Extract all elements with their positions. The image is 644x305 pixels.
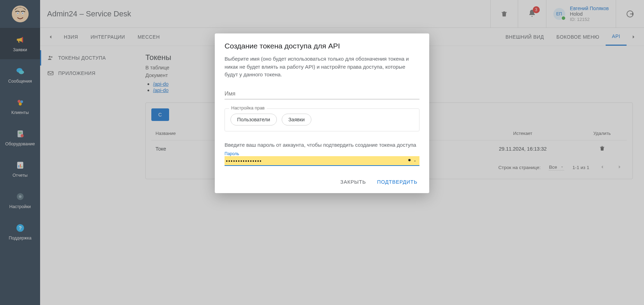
chip-users[interactable]: Пользователи xyxy=(230,114,277,125)
close-button[interactable]: ЗАКРЫТЬ xyxy=(338,176,368,188)
password-input[interactable] xyxy=(226,158,408,164)
permissions-legend: Настройка прав xyxy=(229,105,267,110)
svg-point-26 xyxy=(408,159,411,161)
modal-overlay[interactable]: Создание токена доступа для API Выберите… xyxy=(0,0,644,305)
permissions-fieldset: Настройка прав Пользователи Заявки xyxy=(225,108,419,131)
password-label: Пароль xyxy=(225,151,419,156)
password-autofill-button[interactable] xyxy=(408,158,417,164)
chip-tickets[interactable]: Заявки xyxy=(282,114,311,125)
modal-description: Выберите имя (оно будет использоваться т… xyxy=(225,55,419,79)
token-name-input[interactable] xyxy=(225,89,419,99)
password-instruction: Введите ваш пароль от аккаунта, чтобы по… xyxy=(225,142,419,148)
key-icon xyxy=(408,158,413,164)
modal-title: Создание токена доступа для API xyxy=(225,42,419,50)
confirm-button[interactable]: ПОДТВЕРДИТЬ xyxy=(375,176,419,188)
create-token-modal: Создание токена доступа для API Выберите… xyxy=(215,33,429,193)
caret-down-icon xyxy=(413,159,417,163)
